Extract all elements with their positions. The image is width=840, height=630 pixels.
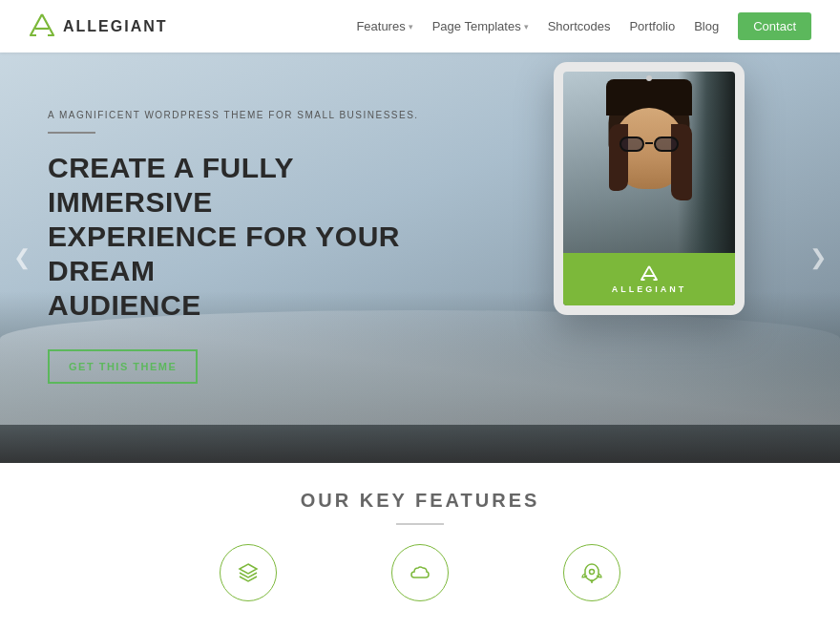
hero-title: CREATE A FULLY IMMERSIVE EXPERIENCE FOR … (48, 151, 449, 323)
feature-cloud (391, 544, 449, 601)
nav-item-features[interactable]: Features ▾ (356, 19, 412, 33)
features-section: OUR KEY FEATURES (0, 463, 840, 630)
tablet-hair-left (609, 124, 628, 191)
tablet-camera (646, 75, 652, 81)
nav-link-contact[interactable]: Contact (738, 12, 811, 40)
nav-link-blog[interactable]: Blog (694, 19, 719, 33)
hero-section: A MAGNIFICENT WORDPRESS THEME FOR SMALL … (0, 52, 840, 463)
feature-layers (220, 544, 277, 601)
svg-marker-2 (240, 564, 257, 574)
tablet-brand-name: ALLEGIANT (612, 284, 687, 294)
tablet-glasses (620, 136, 679, 154)
nav-link-shortcodes[interactable]: Shortcodes (548, 19, 611, 33)
tablet-screen: ALLEGIANT (563, 72, 735, 305)
nav-link-features[interactable]: Features ▾ (356, 19, 412, 33)
nav-item-contact[interactable]: Contact (738, 12, 811, 40)
glass-right (654, 136, 679, 152)
features-divider (396, 523, 444, 525)
tablet-mockup: ALLEGIANT (554, 62, 745, 320)
dropdown-arrow: ▾ (524, 22, 529, 32)
features-title: OUR KEY FEATURES (301, 490, 540, 512)
svg-point-3 (590, 570, 595, 575)
tablet-hair-right (671, 124, 692, 200)
nav-item-shortcodes[interactable]: Shortcodes (548, 19, 611, 33)
rocket-icon (579, 560, 604, 585)
hero-next-button[interactable]: ❯ (804, 234, 832, 282)
nav-item-page-templates[interactable]: Page Templates ▾ (432, 19, 529, 33)
nav-links: Features ▾ Page Templates ▾ Shortcodes P… (356, 12, 811, 40)
hero-cta-button[interactable]: GET THIS THEME (48, 349, 198, 384)
feature-rocket (563, 544, 620, 601)
tablet-brand-logo (640, 264, 658, 282)
nav-link-page-templates[interactable]: Page Templates ▾ (432, 19, 529, 33)
hero-content: A MAGNIFICENT WORDPRESS THEME FOR SMALL … (48, 110, 449, 384)
logo-icon (29, 11, 55, 42)
glass-bridge (645, 142, 653, 144)
logo-text: ALLEGIANT (63, 18, 168, 35)
layers-icon (236, 560, 261, 585)
navbar: ALLEGIANT Features ▾ Page Templates ▾ Sh… (0, 0, 840, 52)
dropdown-arrow: ▾ (409, 22, 413, 32)
glass-left (620, 136, 644, 152)
nav-item-portfolio[interactable]: Portfolio (629, 19, 675, 33)
nav-item-blog[interactable]: Blog (694, 19, 719, 33)
nav-link-portfolio[interactable]: Portfolio (629, 19, 675, 33)
hero-subtitle: A MAGNIFICENT WORDPRESS THEME FOR SMALL … (48, 110, 449, 120)
tablet-brand-bar: ALLEGIANT (563, 253, 735, 305)
cloud-icon (408, 560, 432, 585)
logo[interactable]: ALLEGIANT (29, 11, 168, 42)
tablet-outer: ALLEGIANT (554, 62, 745, 315)
hero-divider (48, 132, 95, 134)
features-icons (220, 544, 620, 601)
hero-prev-button[interactable]: ❮ (8, 234, 36, 282)
